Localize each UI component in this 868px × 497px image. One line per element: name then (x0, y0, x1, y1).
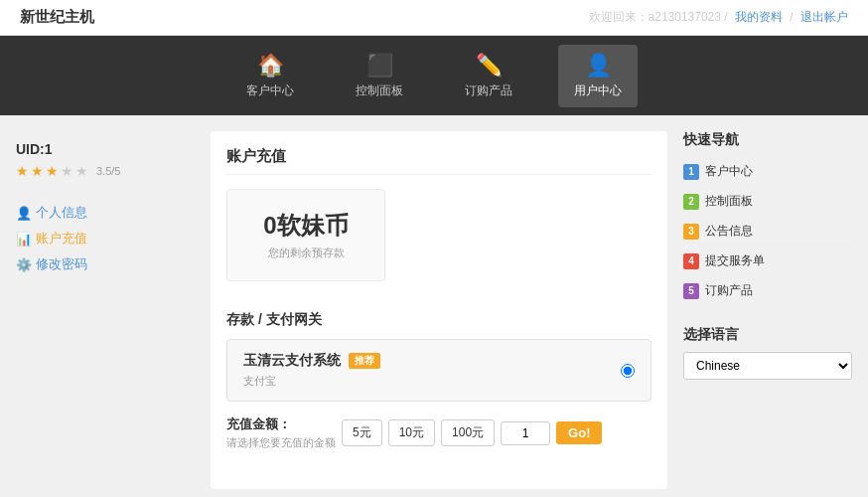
star-1: ★ (16, 163, 29, 179)
quick-nav-link-2[interactable]: 控制面板 (705, 193, 753, 210)
payment-sublabel: 支付宝 (243, 374, 380, 389)
nav-label-order-product: 订购产品 (465, 83, 512, 99)
quick-nav-item-3: 3 公告信息 (683, 217, 852, 247)
profile-icon: 👤 (16, 206, 32, 221)
amount-btn-100[interactable]: 100元 (441, 419, 495, 446)
nav-item-control-panel[interactable]: ⬛ 控制面板 (340, 45, 419, 107)
uid-label: UID:1 (16, 141, 195, 157)
quick-nav-link-3[interactable]: 公告信息 (705, 223, 753, 240)
amount-custom-input[interactable] (501, 421, 550, 445)
payment-name-text: 玉清云支付系统 (243, 352, 341, 370)
quick-nav-link-1[interactable]: 客户中心 (705, 163, 753, 180)
payment-option-left: 玉清云支付系统 推荐 支付宝 (243, 352, 380, 389)
star-2: ★ (31, 163, 44, 179)
quick-nav-link-4[interactable]: 提交服务单 (705, 252, 765, 269)
logo: 新世纪主机 (20, 8, 94, 27)
top-bar: 新世纪主机 欢迎回来：a2130137023 / 我的资料 / 退出帐户 (0, 0, 868, 36)
star-4: ★ (61, 163, 73, 179)
recharge-label: 充值金额： (226, 415, 332, 433)
balance-subtitle: 您的剩余预存款 (251, 246, 361, 260)
nav-item-customer-center[interactable]: 🏠 客户中心 (230, 45, 310, 107)
sidebar-link-password[interactable]: ⚙️ 修改密码 (16, 255, 195, 273)
nav-num-3: 3 (683, 224, 699, 240)
content-area: 账户充值 0软妹币 您的剩余预存款 存款 / 支付网关 玉清云支付系统 推荐 支… (211, 131, 667, 489)
go-button[interactable]: Go! (556, 421, 602, 444)
recharge-label-group: 充值金额： 请选择您要充值的金额 (226, 415, 336, 450)
quick-nav-link-5[interactable]: 订购产品 (705, 282, 753, 299)
quick-nav-title: 快速导航 (683, 131, 852, 149)
nav-num-4: 4 (683, 253, 699, 269)
quick-nav-item-2: 2 控制面板 (683, 187, 852, 217)
nav-num-1: 1 (683, 164, 699, 180)
nav-item-user-center[interactable]: 👤 用户中心 (558, 45, 638, 107)
sidebar: UID:1 ★ ★ ★ ★ ★ 3.5/5 👤 个人信息 📊 账户充值 (16, 131, 195, 489)
order-icon: ✏️ (476, 53, 503, 79)
sidebar-link-profile[interactable]: 👤 个人信息 (16, 204, 195, 222)
recharge-hint: 请选择您要充值的金额 (226, 435, 336, 450)
control-panel-icon: ⬛ (366, 53, 393, 79)
password-icon: ⚙️ (16, 257, 32, 272)
sidebar-menu-item-password: ⚙️ 修改密码 (16, 255, 195, 273)
quick-nav-item-4: 4 提交服务单 (683, 247, 852, 276)
section-title: 账户充值 (226, 147, 651, 175)
badge-recommended: 推荐 (349, 353, 380, 369)
nav-label-customer-center: 客户中心 (246, 83, 294, 99)
balance-box: 0软妹币 您的剩余预存款 (226, 189, 385, 281)
lang-title: 选择语言 (683, 326, 852, 344)
nav-label-control-panel: 控制面板 (356, 83, 403, 99)
sidebar-menu-item-recharge: 📊 账户充值 (16, 230, 195, 248)
payment-option: 玉清云支付系统 推荐 支付宝 (226, 339, 651, 402)
star-rating: ★ ★ ★ ★ ★ 3.5/5 (16, 163, 195, 179)
sidebar-menu: 👤 个人信息 📊 账户充值 ⚙️ 修改密码 (16, 204, 195, 273)
payment-name: 玉清云支付系统 推荐 (243, 352, 380, 370)
nav-item-order-product[interactable]: ✏️ 订购产品 (449, 45, 528, 107)
quick-nav-item-1: 1 客户中心 (683, 157, 852, 187)
main-content: UID:1 ★ ★ ★ ★ ★ 3.5/5 👤 个人信息 📊 账户充值 (0, 115, 868, 497)
home-icon: 🏠 (257, 53, 284, 79)
user-center-icon: 👤 (585, 53, 612, 79)
rating-text: 3.5/5 (96, 165, 120, 177)
logout-link[interactable]: 退出帐户 (800, 10, 848, 24)
recharge-icon: 📊 (16, 232, 32, 247)
payment-section: 存款 / 支付网关 玉清云支付系统 推荐 支付宝 (226, 311, 651, 402)
user-info: UID:1 ★ ★ ★ ★ ★ 3.5/5 (16, 131, 195, 194)
main-nav: 🏠 客户中心 ⬛ 控制面板 ✏️ 订购产品 👤 用户中心 (0, 36, 868, 115)
payment-section-title: 存款 / 支付网关 (226, 311, 651, 329)
top-bar-right: 欢迎回来：a2130137023 / 我的资料 / 退出帐户 (585, 9, 848, 26)
welcome-text: 欢迎回来：a2130137023 / (589, 10, 728, 24)
divider: / (790, 10, 793, 24)
sidebar-link-recharge[interactable]: 📊 账户充值 (16, 230, 195, 248)
language-select[interactable]: Chinese English (683, 352, 852, 380)
nav-label-user-center: 用户中心 (574, 83, 622, 99)
quick-nav-item-5: 5 订购产品 (683, 276, 852, 306)
recharge-row: 充值金额： 请选择您要充值的金额 5元 10元 100元 Go! (226, 415, 651, 450)
star-5: ★ (75, 163, 88, 179)
amount-btn-10[interactable]: 10元 (388, 419, 435, 446)
right-panel: 快速导航 1 客户中心 2 控制面板 3 公告信息 4 提交服务单 5 订购产品 (683, 131, 852, 489)
balance-amount: 0软妹币 (251, 210, 361, 242)
quick-nav-list: 1 客户中心 2 控制面板 3 公告信息 4 提交服务单 5 订购产品 (683, 157, 852, 306)
payment-radio[interactable] (621, 364, 635, 378)
nav-num-5: 5 (683, 283, 699, 299)
nav-num-2: 2 (683, 194, 699, 210)
star-3: ★ (46, 163, 59, 179)
sidebar-menu-item-profile: 👤 个人信息 (16, 204, 195, 222)
my-profile-link[interactable]: 我的资料 (735, 10, 783, 24)
amount-btn-5[interactable]: 5元 (342, 419, 382, 446)
